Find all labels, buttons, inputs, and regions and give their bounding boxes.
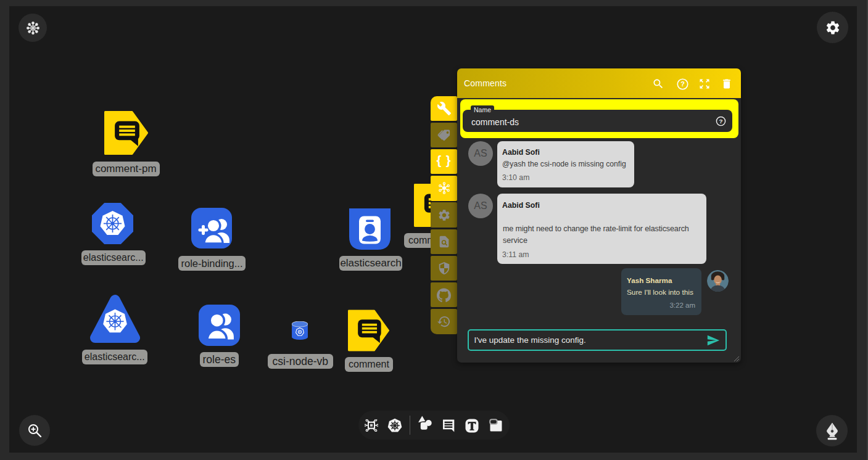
svg-text:?: ? [680,80,685,88]
svg-text:?: ? [719,118,722,125]
